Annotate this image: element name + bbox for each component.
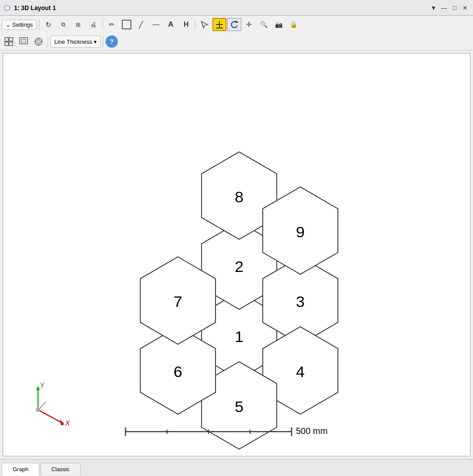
refresh-button[interactable]: ↻ (42, 18, 56, 31)
toolbar-row-1: ⌄ Settings ↻ ⧉ ⊞ 🖨 ✏ ╱ — A H ✛ 🔍 📷 🔒 (0, 16, 473, 33)
svg-rect-9 (9, 42, 13, 46)
search-button[interactable]: 🔍 (257, 18, 271, 31)
dropdown-btn[interactable]: ▼ (429, 4, 438, 12)
hex-3-label: 3 (296, 293, 305, 310)
help-button[interactable]: ? (106, 35, 118, 48)
svg-marker-19 (36, 386, 40, 390)
separator-2 (102, 19, 103, 30)
svg-rect-7 (9, 38, 13, 41)
svg-text:X: X (65, 420, 71, 427)
toolbar-container: ⌄ Settings ↻ ⧉ ⊞ 🖨 ✏ ╱ — A H ✛ 🔍 📷 🔒 (0, 16, 473, 50)
app-icon: ⬡ (4, 3, 11, 13)
line-button[interactable]: ╱ (134, 18, 148, 31)
rect-button[interactable] (122, 20, 131, 29)
tab-graph-label: Graph (13, 466, 28, 472)
svg-rect-11 (21, 39, 26, 42)
svg-point-25 (36, 408, 40, 412)
hex-6-label: 6 (173, 363, 182, 381)
text-button[interactable]: A (164, 18, 178, 31)
window-title: 1: 3D Layout 1 (14, 4, 56, 11)
lock-button[interactable]: 🔒 (287, 18, 301, 31)
settings-button[interactable]: ⌄ Settings (2, 20, 37, 30)
move-button[interactable]: ✛ (242, 18, 256, 31)
svg-rect-6 (5, 38, 8, 41)
hex-4-label: 4 (296, 363, 305, 381)
hdim-button[interactable]: H (179, 18, 193, 31)
rotate-button[interactable] (227, 18, 241, 31)
separator-1 (39, 19, 39, 30)
canvas-area: 1 2 3 4 5 6 7 8 9 500 mm (3, 53, 470, 456)
svg-rect-8 (5, 42, 8, 46)
hex-5-label: 5 (235, 398, 244, 416)
settings-label: Settings (12, 21, 33, 28)
layout-screen-button[interactable] (17, 35, 31, 48)
scale-label: 500 mm (296, 426, 328, 436)
arrow-tool-button[interactable] (198, 18, 212, 31)
svg-marker-22 (60, 420, 64, 426)
layout-active-button[interactable] (212, 18, 226, 31)
hex-8-label: 8 (235, 188, 244, 206)
title-bar-left: ⬡ 1: 3D Layout 1 (4, 3, 56, 13)
camera-button[interactable]: 📷 (272, 18, 286, 31)
pencil-button[interactable]: ✏ (105, 18, 119, 31)
svg-point-12 (35, 38, 42, 45)
print-button[interactable]: 🖨 (86, 18, 100, 31)
close-btn[interactable]: ✕ (461, 4, 469, 12)
title-bar: ⬡ 1: 3D Layout 1 ▼ — □ ✕ (0, 0, 473, 16)
axis-indicator: Y X (36, 382, 71, 427)
svg-rect-10 (20, 38, 28, 44)
svg-text:Y: Y (40, 382, 45, 389)
tab-classic-label: Classic (51, 466, 70, 472)
maximize-btn[interactable]: □ (450, 4, 459, 12)
hex-layout-svg: 1 2 3 4 5 6 7 8 9 500 mm (3, 53, 470, 456)
hex-9-label: 9 (296, 223, 305, 241)
hex-7-label: 7 (173, 293, 182, 310)
separator-3 (195, 19, 195, 30)
window-controls: ▼ — □ ✕ (429, 4, 469, 12)
separator-4 (48, 36, 48, 47)
svg-line-21 (38, 410, 62, 423)
line-thickness-label: Line Thickness (54, 39, 92, 45)
tab-bar: Graph Classic (0, 459, 473, 476)
minimize-btn[interactable]: — (440, 4, 448, 12)
settings-chevron-icon: ⌄ (6, 21, 11, 28)
svg-point-13 (37, 40, 40, 43)
hline-button[interactable]: — (149, 18, 163, 31)
line-thickness-button[interactable]: Line Thickness ▾ (50, 35, 101, 48)
tab-classic[interactable]: Classic (40, 463, 81, 475)
toolbar-row-2: Line Thickness ▾ ? (0, 33, 473, 50)
help-label: ? (110, 38, 114, 45)
tab-graph[interactable]: Graph (2, 463, 39, 476)
line-thickness-arrow: ▾ (94, 39, 97, 45)
layout-grid-button[interactable] (2, 35, 16, 48)
hex-1-label: 1 (235, 328, 244, 346)
copy-button[interactable]: ⧉ (56, 18, 71, 31)
hex-2-label: 2 (235, 257, 244, 275)
grid-button[interactable]: ⊞ (71, 18, 85, 31)
target-button[interactable] (32, 35, 46, 48)
separator-5 (103, 36, 103, 47)
